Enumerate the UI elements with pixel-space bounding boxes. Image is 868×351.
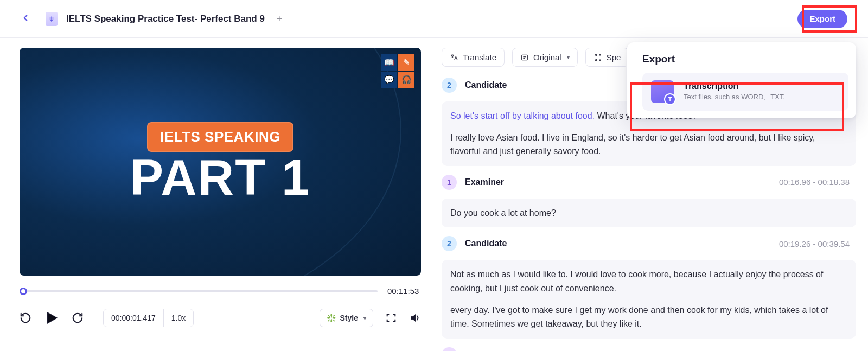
speaker-name: Candidate: [465, 80, 507, 90]
transcript-panel: Translate Original ▾ Spe 2CandidateSo le…: [442, 48, 856, 351]
chevron-down-icon: ▾: [363, 315, 366, 321]
speaker-row: 2Candidate00:19.26 - 00:39.54: [442, 233, 856, 254]
speaker-avatar: 1: [442, 175, 457, 190]
speaker-name: Candidate: [465, 239, 507, 248]
chevron-down-icon: ▾: [567, 54, 570, 60]
timestamp: 00:19.26 - 00:39.54: [779, 239, 856, 248]
export-panel: Export Transcription Text files, such as…: [627, 42, 856, 118]
video-corner-icons: 📖 ✎ 💬 🎧: [381, 54, 414, 88]
back-button[interactable]: [21, 13, 30, 25]
speaker-avatar: 2: [442, 236, 457, 251]
speaker-label-clipped: Spe: [607, 53, 621, 62]
video-preview[interactable]: 📖 ✎ 💬 🎧 IELTS SPEAKING PART 1: [20, 48, 421, 276]
translate-button[interactable]: Translate: [442, 48, 505, 67]
export-button[interactable]: Export: [797, 10, 847, 28]
utterance[interactable]: Not as much as I would like to. I would …: [442, 260, 856, 338]
speaker-name: Examiner: [465, 177, 504, 187]
utterance-line: Not as much as I would like to. I would …: [450, 267, 847, 295]
add-tab-button[interactable]: ＋: [273, 13, 285, 25]
translate-label: Translate: [463, 53, 496, 62]
utterance-line: I really love Asian food. I live in Engl…: [450, 131, 847, 158]
export-option-title: Transcription: [684, 81, 785, 91]
forward-icon[interactable]: [72, 312, 84, 324]
book-icon: 📖: [381, 54, 397, 71]
speaker-avatar: 1: [442, 347, 457, 351]
export-option-sub: Text files, such as WORD、TXT.: [684, 92, 785, 102]
fullscreen-icon[interactable]: [385, 312, 397, 324]
playback-speed[interactable]: 1.0x: [164, 309, 193, 327]
speaker-avatar: 2: [442, 78, 457, 93]
original-dropdown[interactable]: Original ▾: [512, 48, 578, 67]
svg-rect-0: [522, 55, 528, 60]
style-dropdown[interactable]: ❇️ Style ▾: [320, 309, 373, 327]
timestamp: 00:16.96 - 00:18.38: [779, 177, 856, 187]
headphones-icon: 🎧: [398, 72, 414, 88]
style-label: Style: [340, 314, 358, 322]
chat-icon: 💬: [381, 72, 397, 88]
video-big-text: PART 1: [130, 154, 310, 201]
highlighted-text: So let's start off by talking about food…: [450, 111, 595, 120]
main-area: 📖 ✎ 💬 🎧 IELTS SPEAKING PART 1 00:11:53: [0, 38, 868, 351]
utterance-line: every day. I've got to make sure I get m…: [450, 303, 847, 331]
top-bar: ψ IELTS Speaking Practice Test- Perfect …: [0, 0, 868, 38]
utterance-line: Do you cook a lot at home?: [450, 206, 847, 220]
volume-icon[interactable]: [409, 312, 421, 324]
speaker-row: 1Examiner00:40.18 - 00:43.68: [442, 344, 856, 351]
speaker-button-clipped[interactable]: Spe: [585, 48, 629, 67]
document-title: IELTS Speaking Practice Test- Perfect Ba…: [66, 14, 265, 24]
player-panel: 📖 ✎ 💬 🎧 IELTS SPEAKING PART 1 00:11:53: [20, 48, 421, 351]
original-label: Original: [533, 53, 561, 62]
utterance[interactable]: Do you cook a lot at home?: [442, 199, 856, 228]
play-icon[interactable]: [43, 310, 60, 326]
video-badge: IELTS SPEAKING: [147, 122, 293, 152]
pen-icon: ✎: [398, 54, 414, 71]
export-panel-heading: Export: [642, 53, 848, 65]
seek-thumb[interactable]: [20, 288, 27, 295]
seek-bar[interactable]: [20, 290, 378, 292]
seek-bar-row: 00:11:53: [20, 286, 421, 296]
style-flower-icon: ❇️: [327, 314, 336, 322]
transcription-icon: [651, 80, 674, 103]
player-controls: 00:00:01.417 1.0x ❇️ Style ▾: [20, 309, 421, 327]
speaker-row: 1Examiner00:16.96 - 00:18.38: [442, 171, 856, 193]
export-option-transcription[interactable]: Transcription Text files, such as WORD、T…: [642, 73, 848, 111]
rewind-icon[interactable]: [20, 312, 31, 324]
duration-label: 00:11:53: [387, 286, 421, 296]
document-icon: ψ: [46, 12, 58, 26]
time-speed-box: 00:00:01.417 1.0x: [103, 309, 194, 327]
current-time[interactable]: 00:00:01.417: [104, 309, 164, 327]
